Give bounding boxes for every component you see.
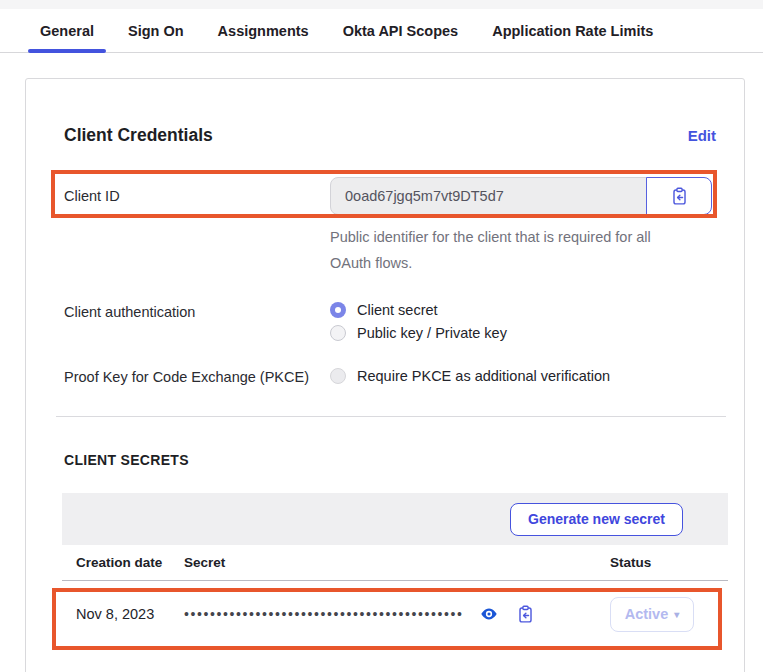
window-top-strip [0, 0, 763, 9]
reveal-secret-button[interactable] [478, 603, 500, 625]
copy-client-id-button[interactable] [646, 177, 712, 215]
secret-cell: ••••••••••••••••••••••••••••••••••••••••… [184, 603, 610, 626]
section-divider [56, 416, 726, 417]
secret-table-row: Nov 8, 2023 ••••••••••••••••••••••••••••… [62, 581, 728, 647]
section-title-client-secrets: CLIENT SECRETS [64, 452, 716, 468]
eye-icon [480, 605, 498, 623]
copy-secret-button[interactable] [514, 603, 537, 626]
clipboard-copy-icon [516, 605, 535, 624]
client-id-help-text: Public identifier for the client that is… [330, 224, 682, 276]
tab-sign-on[interactable]: Sign On [116, 9, 196, 52]
section-title-client-credentials: Client Credentials [64, 125, 213, 146]
client-id-input-group [330, 177, 712, 215]
client-id-input[interactable] [330, 177, 647, 215]
client-authentication-options: Client secret Public key / Private key [330, 302, 507, 341]
client-id-row: Client ID [64, 177, 716, 215]
radio-client-secret-label: Client secret [357, 302, 438, 318]
clipboard-copy-icon [670, 187, 689, 206]
status-badge: Active [625, 606, 669, 622]
general-settings-card: Client Credentials Edit Client ID [25, 78, 745, 672]
radio-unselected-icon[interactable] [330, 325, 346, 341]
client-credentials-header: Client Credentials Edit [64, 125, 716, 146]
tab-application-rate-limits[interactable]: Application Rate Limits [480, 9, 665, 52]
client-id-label: Client ID [64, 177, 330, 204]
checkbox-unchecked-icon[interactable] [330, 368, 346, 384]
secret-status-cell: Active ▾ [610, 597, 728, 632]
radio-public-private-key-label: Public key / Private key [357, 325, 507, 341]
edit-button[interactable]: Edit [688, 127, 716, 144]
client-secrets-table: Generate new secret Creation date Secret… [62, 493, 728, 647]
chevron-down-icon: ▾ [674, 609, 679, 620]
column-header-secret: Secret [184, 555, 610, 570]
secrets-table-toolbar: Generate new secret [62, 493, 728, 545]
tab-okta-api-scopes[interactable]: Okta API Scopes [331, 9, 471, 52]
pkce-label: Proof Key for Code Exchange (PKCE) [64, 368, 330, 385]
pkce-checkbox-option[interactable]: Require PKCE as additional verification [330, 368, 610, 384]
secret-creation-date: Nov 8, 2023 [62, 606, 184, 622]
status-dropdown-button[interactable]: Active ▾ [610, 597, 694, 632]
tab-general[interactable]: General [28, 9, 106, 52]
pkce-row: Proof Key for Code Exchange (PKCE) Requi… [64, 368, 716, 385]
radio-public-private-key[interactable]: Public key / Private key [330, 325, 507, 341]
app-tab-bar: General Sign On Assignments Okta API Sco… [0, 9, 763, 53]
radio-client-secret[interactable]: Client secret [330, 302, 507, 318]
column-header-status: Status [610, 555, 728, 570]
client-authentication-row: Client authentication Client secret Publ… [64, 302, 716, 341]
radio-selected-icon[interactable] [330, 302, 346, 318]
generate-new-secret-button[interactable]: Generate new secret [510, 503, 683, 536]
column-header-creation-date: Creation date [62, 555, 184, 570]
secrets-table-header: Creation date Secret Status [62, 545, 728, 581]
client-authentication-label: Client authentication [64, 302, 330, 320]
masked-secret-value: ••••••••••••••••••••••••••••••••••••••••… [184, 607, 464, 621]
tab-assignments[interactable]: Assignments [206, 9, 321, 52]
pkce-option-label: Require PKCE as additional verification [357, 368, 610, 384]
